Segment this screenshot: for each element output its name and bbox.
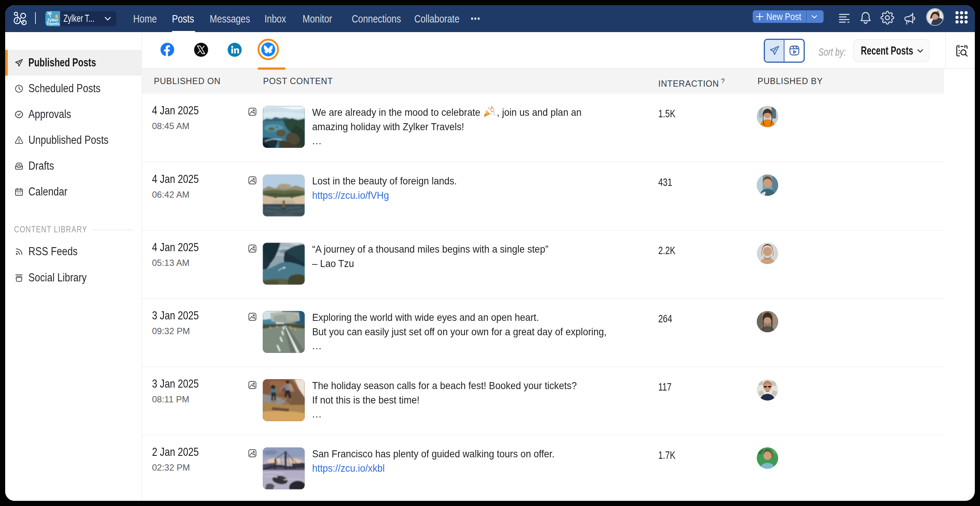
svg-text:Travels: Travels: [46, 22, 59, 26]
